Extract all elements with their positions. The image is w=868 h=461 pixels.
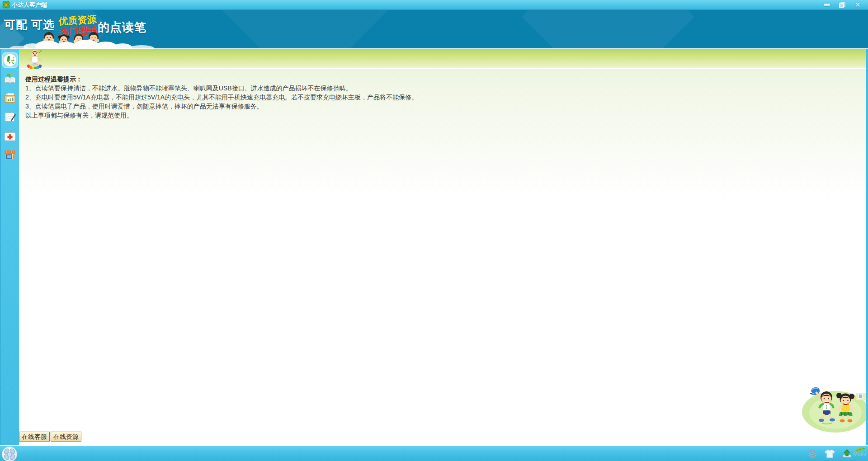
flower-assistant-button[interactable]	[1, 446, 18, 461]
sidebar	[1, 49, 19, 445]
title-bar: 小达人客户端 ✕	[0, 0, 868, 10]
sidebar-item-book-sprout[interactable]	[2, 71, 18, 87]
sidebar-item-reader-pen[interactable]	[2, 52, 18, 68]
restore-icon	[839, 2, 845, 8]
notebook-pen-icon	[3, 110, 17, 124]
sidebar-item-resource-folder[interactable]	[2, 90, 18, 106]
tips-line-2: 2、充电时要使用5V/1A充电器，不能用超过5V/1A的充电头，尤其不能用手机快…	[25, 93, 418, 102]
reader-pen-plant-icon	[3, 53, 17, 67]
t-shirt-icon	[824, 449, 835, 458]
usage-tips: 使用过程温馨提示： 1、点读笔要保持清洁，不能进水。脏物异物不能堵塞笔头、喇叭网…	[25, 75, 418, 120]
store-icon	[3, 148, 17, 162]
folder-chart-icon	[3, 91, 17, 105]
brand-name: Maila	[849, 452, 868, 456]
first-aid-kit-icon	[3, 129, 17, 143]
banner-deco-shape	[206, 10, 404, 49]
tips-title: 使用过程温馨提示：	[25, 75, 418, 84]
tips-line-1: 1、点读笔要保持清洁，不能进水。脏物异物不能堵塞笔头、喇叭网及USB接口。进水造…	[25, 84, 418, 93]
app-window: 小达人客户端 ✕ 可配 可选 优质资源 热门图书 的点读笔	[0, 0, 868, 461]
main-row: 使用过程温馨提示： 1、点读笔要保持清洁，不能进水。脏物异物不能堵塞笔头、喇叭网…	[0, 49, 868, 445]
window-controls: ✕	[821, 1, 868, 9]
maila-brand-logo: Maila	[849, 447, 868, 456]
book-sprout-icon	[3, 72, 17, 86]
settings-button[interactable]: ⚙	[807, 448, 818, 459]
minimize-button[interactable]	[821, 1, 833, 9]
restore-button[interactable]	[836, 1, 848, 9]
kids-illustration	[798, 379, 866, 433]
cloud-shape	[10, 46, 28, 49]
tips-line-4: 以上事项都与保修有关，请规范使用。	[25, 111, 418, 120]
window-title: 小达人客户端	[12, 1, 47, 9]
skin-button[interactable]	[824, 448, 835, 459]
content-header-bar	[19, 49, 866, 69]
banner-headline-right: 的点读笔	[98, 19, 146, 35]
banner-deco-shape	[522, 10, 694, 49]
banner-headline-left: 可配 可选	[4, 17, 55, 32]
sidebar-item-repair-kit[interactable]	[2, 128, 18, 144]
app-logo-clover-icon	[2, 1, 10, 9]
gear-icon: ⚙	[808, 449, 817, 459]
sidebar-item-notebook[interactable]	[2, 109, 18, 125]
cloud-shape	[129, 45, 154, 49]
status-bar-icons: ⚙	[807, 448, 853, 459]
close-icon: ✕	[855, 1, 861, 8]
minimize-icon	[824, 4, 830, 6]
status-bar: ⚙ Maila	[0, 445, 868, 461]
promo-banner: 可配 可选 优质资源 热门图书 的点读笔	[0, 10, 868, 49]
footer-buttons: 在线客服 在线资源	[19, 432, 81, 442]
shopper-kid-character	[25, 49, 44, 69]
sidebar-item-store[interactable]	[2, 147, 18, 163]
content-panel: 使用过程温馨提示： 1、点读笔要保持清洁，不能进水。脏物异物不能堵塞笔头、喇叭网…	[19, 49, 866, 445]
close-button[interactable]: ✕	[852, 1, 863, 9]
online-resources-button[interactable]: 在线资源	[51, 432, 81, 442]
tips-line-3: 3、点读笔属电子产品，使用时请爱惜，勿随意摔笔，摔坏的产品无法享有保修服务。	[25, 102, 418, 111]
online-service-button[interactable]: 在线客服	[19, 432, 50, 442]
